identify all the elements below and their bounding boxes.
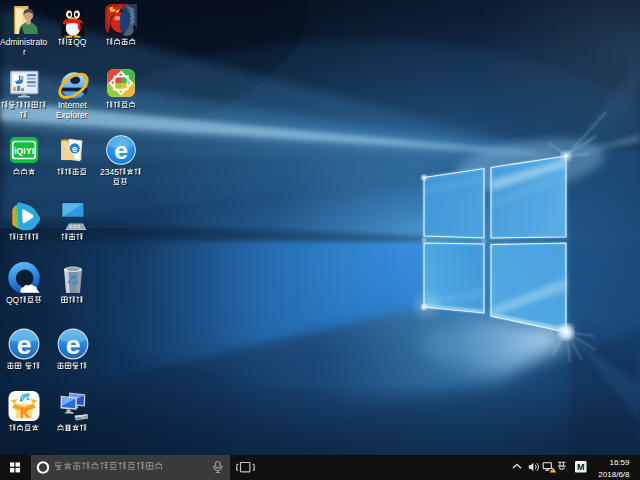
svg-text:16:59: 16:59 [609, 458, 630, 467]
svg-text:2018/6/8: 2018/6/8 [598, 470, 630, 479]
svg-text:M: M [577, 462, 585, 472]
